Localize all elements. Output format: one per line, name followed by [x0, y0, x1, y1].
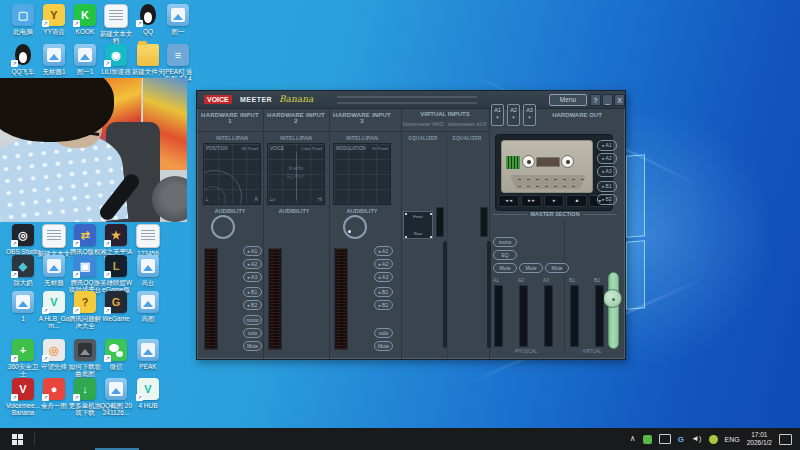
master-fader-track-b2[interactable]: [608, 272, 619, 349]
pad-type-label[interactable]: Color Panel: [301, 146, 322, 151]
master-mute-button-a2[interactable]: Mute: [519, 263, 543, 273]
audibility-knob-1[interactable]: [211, 215, 235, 239]
master-eq-button-a1[interactable]: EQ: [493, 250, 517, 260]
desktop-icon-image-yi-1[interactable]: 图一1: [68, 44, 102, 75]
desktop-icon-360-safe[interactable]: +↗360安全卫士: [6, 339, 40, 377]
desktop-icon-file-123456[interactable]: 123456: [131, 224, 165, 257]
desktop-icon-more-games-download[interactable]: ↓↗更多单机游戏下载: [68, 378, 102, 416]
equalizer-label-vaio[interactable]: EQUALIZER: [401, 135, 445, 141]
desktop-icon-untitled[interactable]: 无标题: [37, 255, 71, 286]
recorder-route-a1[interactable]: A1: [597, 140, 617, 151]
menu-button[interactable]: Menu: [549, 94, 587, 106]
aux-fader-track[interactable]: [487, 241, 491, 348]
desktop-icon-new-folder[interactable]: 新建文件夹: [131, 44, 165, 75]
desktop-icon-tencent-solutions[interactable]: ?↗腾讯问题解决大全: [68, 291, 102, 329]
master-mute-button-a3[interactable]: Mute: [545, 263, 569, 273]
mute-button-strip-1[interactable]: Mute: [243, 341, 262, 351]
desktop-icon-jinzhou-image[interactable]: ●↗金舟一图: [37, 378, 71, 409]
desktop-icon-obs-studio[interactable]: ◎↗OBS Studio: [6, 224, 40, 255]
route-button-a1-strip-1[interactable]: A1: [243, 246, 262, 256]
output-device-selector-a1[interactable]: A1: [491, 104, 504, 126]
desktop-icon-new-text-doc[interactable]: 新建文本文档: [99, 4, 133, 44]
minimize-button[interactable]: _: [602, 94, 613, 106]
recorder-route-b1[interactable]: B1: [597, 181, 617, 192]
desktop-icon-image-yi[interactable]: 图一: [161, 4, 195, 35]
taskbar-clock[interactable]: 17:01 2026/1/2: [747, 431, 772, 447]
route-button-a3-strip-3[interactable]: A3: [374, 272, 393, 282]
route-button-b1-strip-3[interactable]: B1: [374, 287, 393, 297]
desktop-icon-kook[interactable]: K↗KOOK: [68, 4, 102, 35]
desktop-icon-this-pc[interactable]: ▢此电脑: [6, 4, 40, 35]
master-fader-thumb-b2[interactable]: [603, 289, 622, 308]
master-fader-b2[interactable]: [595, 285, 604, 347]
desktop-icon-yy-voice[interactable]: Y↗YY语音: [37, 4, 71, 35]
vaio-device-label[interactable]: Voicemeeter VAIO: [401, 121, 445, 127]
route-button-a2-strip-3[interactable]: A2: [374, 259, 393, 269]
solo-button-strip-1[interactable]: solo: [243, 328, 262, 338]
desktop-icon-untitled-1[interactable]: 无标题1: [37, 44, 71, 75]
intellipan-pad-3[interactable]: MODULATION Fx Panel: [333, 143, 391, 205]
desktop-icon-lol-wegame[interactable]: L↗英雄联盟WeGame版: [99, 255, 133, 293]
route-button-b2-strip-1[interactable]: B2: [243, 300, 262, 310]
desktop-icon-peak-image[interactable]: PEAK: [131, 339, 165, 370]
fast-forward-button[interactable]: ►►: [521, 195, 542, 207]
hidden-icons-chevron-icon[interactable]: ∧: [630, 435, 636, 443]
desktop-icon-gao-tai[interactable]: 高台: [131, 255, 165, 286]
desktop-icon-image-1[interactable]: 1: [6, 291, 40, 322]
output-device-selector-a3[interactable]: A3: [523, 104, 536, 126]
gpu-utility-icon[interactable]: [643, 435, 652, 444]
language-indicator[interactable]: ENG: [725, 436, 740, 443]
action-center-icon[interactable]: [779, 434, 792, 445]
route-button-a2-strip-1[interactable]: A2: [243, 259, 262, 269]
aux-device-label[interactable]: Voicemeeter AUX: [445, 121, 489, 127]
wechat-tray-icon[interactable]: [709, 435, 718, 444]
master-mono-button-a1[interactable]: mono: [493, 237, 517, 247]
desktop-icon-wechat[interactable]: ↗微信: [99, 339, 133, 370]
desktop-icon-qq-battle-platform[interactable]: ▣↗腾讯QQ游戏对战平台: [68, 255, 102, 293]
desktop-icon-qq-speed[interactable]: ↗QQ飞车: [6, 44, 40, 75]
route-button-b2-strip-3[interactable]: B2: [374, 300, 393, 310]
desktop-icon-qq-screenshot[interactable]: QQ截图 20241126...: [99, 378, 133, 416]
master-fader-a2[interactable]: [519, 285, 528, 347]
vaio-fader-track[interactable]: [443, 241, 447, 348]
equalizer-label-aux[interactable]: EQUALIZER: [445, 135, 489, 141]
solo-button-strip-3[interactable]: solo: [374, 328, 393, 338]
desktop-icon-overwatch[interactable]: ◎↗守望先锋: [37, 339, 71, 370]
desktop-icon-song-cover[interactable]: 如何下载歌曲底图: [68, 339, 102, 377]
route-button-a1-strip-3[interactable]: A1: [374, 246, 393, 256]
start-button[interactable]: [0, 428, 34, 450]
desktop-icon-hlb-game[interactable]: V↗A HLB_Gam...: [37, 291, 71, 329]
audibility-knob-3[interactable]: [343, 215, 367, 239]
surround-pan-pad[interactable]: Front Rear: [403, 211, 433, 239]
intellipan-pad-1[interactable]: POSITION 3D Panel L R: [203, 143, 261, 205]
pad-type-label[interactable]: Fx Panel: [372, 146, 388, 151]
play-button[interactable]: ►: [544, 195, 565, 207]
help-button[interactable]: ?: [590, 94, 601, 106]
recorder-route-a2[interactable]: A2: [597, 153, 617, 164]
volume-icon[interactable]: ◄): [691, 435, 702, 443]
master-mute-button-a1[interactable]: Mute: [493, 263, 517, 273]
output-device-selector-a2[interactable]: A2: [507, 104, 520, 126]
route-button-b1-strip-1[interactable]: B1: [243, 287, 262, 297]
intellipan-pad-2[interactable]: VOICE Color Panel fx echo EQ Pitch Lo Hi: [267, 143, 325, 205]
route-button-a3-strip-1[interactable]: A3: [243, 272, 262, 282]
stop-button[interactable]: ■: [566, 195, 587, 207]
display-settings-icon[interactable]: [659, 434, 671, 444]
mute-button-strip-3[interactable]: Mute: [374, 341, 393, 351]
rewind-button[interactable]: ◄◄: [498, 195, 519, 207]
recorder-route-a3[interactable]: A3: [597, 166, 617, 177]
desktop-icon-qq[interactable]: ↗QQ: [131, 4, 165, 35]
desktop-icon-voicemeeter-banana[interactable]: V↗Voicemee... Banana: [6, 378, 40, 416]
wegame-tray-icon[interactable]: G: [678, 435, 684, 444]
desktop-icon-lili-accelerator[interactable]: ◉↗LiLi加速器: [99, 44, 133, 75]
master-fader-b1[interactable]: [570, 285, 579, 347]
desktop-icon-wegame[interactable]: G↗WeGame: [99, 291, 133, 322]
close-button[interactable]: X: [614, 94, 625, 106]
master-fader-a1[interactable]: [494, 285, 503, 347]
desktop-icon-gao-tu[interactable]: 高图: [131, 291, 165, 322]
pad-type-label[interactable]: 3D Panel: [242, 146, 258, 151]
mono-button-strip-1[interactable]: mono: [243, 315, 262, 325]
recorder-route-b2[interactable]: B2: [597, 194, 617, 205]
master-fader-a3[interactable]: [544, 285, 553, 347]
desktop-icon-tian-da-nai[interactable]: ◆↗甜大奶: [6, 255, 40, 286]
